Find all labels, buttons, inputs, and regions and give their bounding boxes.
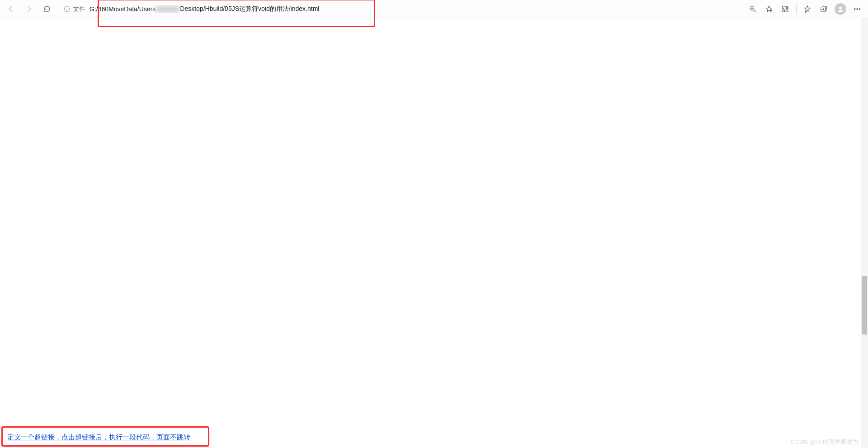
zoom-button[interactable]: [745, 2, 760, 16]
star-add-icon: [765, 5, 773, 13]
void-demo-link[interactable]: 定义一个超链接，点击超链接后，执行一段代码，页面不跳转: [7, 433, 190, 441]
vertical-scrollbar[interactable]: [861, 18, 868, 448]
info-icon: [63, 5, 71, 13]
svg-point-15: [857, 8, 858, 9]
forward-button[interactable]: [22, 2, 36, 16]
avatar-icon: [836, 5, 844, 13]
url-text: G:/360MoveData/Users Desktop/Hbuild/05JS…: [90, 5, 319, 13]
svg-point-13: [839, 6, 842, 9]
svg-point-16: [859, 8, 860, 9]
address-bar[interactable]: 文件 G:/360MoveData/Users Desktop/Hbuild/0…: [60, 2, 740, 16]
collections-button[interactable]: [816, 2, 831, 16]
refresh-button[interactable]: [40, 2, 54, 16]
svg-point-14: [854, 8, 855, 9]
favorite-button[interactable]: [762, 2, 776, 16]
profile-avatar[interactable]: [835, 3, 846, 15]
url-prefix: G:/360MoveData/Users: [90, 5, 156, 13]
collections-icon: [820, 5, 828, 13]
puzzle-icon: [781, 5, 789, 13]
back-button[interactable]: [4, 2, 18, 16]
favorites-bar-button[interactable]: [800, 2, 815, 16]
extensions-button[interactable]: [778, 2, 793, 16]
toolbar-divider: [796, 5, 797, 14]
scroll-thumb[interactable]: [862, 276, 867, 335]
info-label: 文件: [73, 5, 85, 13]
page-content: 定义一个超链接，点击超链接后，执行一段代码，页面不跳转: [0, 18, 868, 448]
annotation-link-highlight: 定义一个超链接，点击超链接后，执行一段代码，页面不跳转: [1, 426, 209, 447]
more-icon: [853, 5, 861, 13]
nav-buttons: [4, 2, 54, 16]
favorites-star-list-icon: [803, 5, 811, 13]
browser-toolbar: 文件 G:/360MoveData/Users Desktop/Hbuild/0…: [0, 0, 868, 18]
magnify-minus-icon: [749, 5, 757, 13]
arrow-right-icon: [25, 5, 33, 13]
url-suffix: Desktop/Hbuild/05JS运算符void的用法/index.html: [180, 5, 319, 13]
url-blurred-segment: [156, 6, 179, 12]
more-button[interactable]: [850, 2, 864, 16]
info-chip[interactable]: 文件: [63, 5, 85, 13]
svg-line-4: [754, 10, 755, 12]
toolbar-right-icons: [745, 2, 864, 16]
arrow-left-icon: [7, 5, 15, 13]
refresh-icon: [43, 5, 51, 13]
